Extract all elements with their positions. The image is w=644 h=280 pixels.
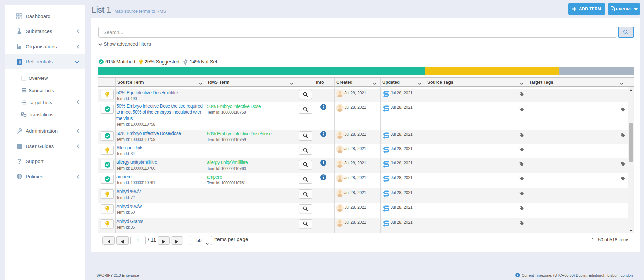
- svg-text:x: x: [611, 8, 613, 11]
- svg-text:A: A: [22, 113, 23, 116]
- svg-text:★: ★: [24, 114, 26, 116]
